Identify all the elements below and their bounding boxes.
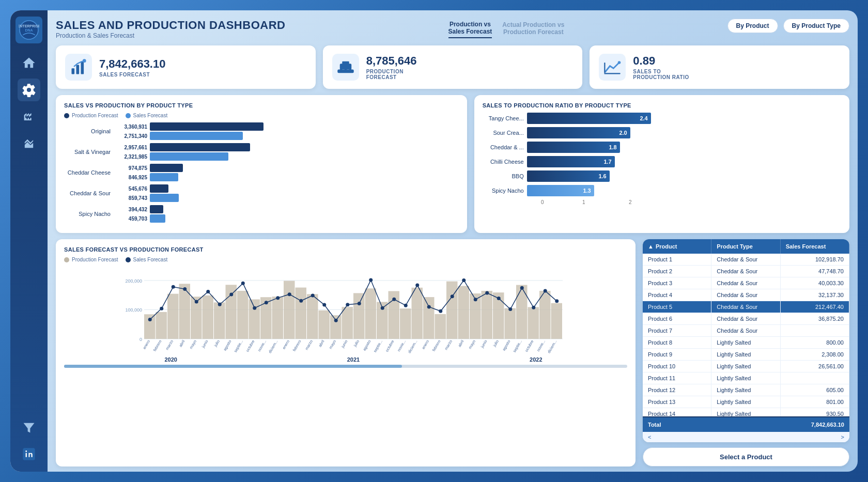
table-row[interactable]: Product 12 Lightly Salted 605.00 [643,384,849,396]
col-header-product: ▲ Product [643,239,711,254]
sidebar-home-icon[interactable] [18,52,40,74]
chart-scrollbar[interactable] [64,365,627,368]
header-tabs: Production vsSales Forecast Actual Produ… [448,21,565,38]
cell-type: Cheddar & Sour [711,277,780,289]
kpi-ratio-icon [599,54,626,81]
axis-0: 0 [527,199,558,205]
svg-rect-5 [76,65,80,74]
bar-label: Cheddar Cheese [64,169,111,176]
by-product-button[interactable]: By Product [727,19,778,33]
svg-text:100,000: 100,000 [125,307,142,313]
hbar-row: Chilli Cheese 1.7 [483,156,841,167]
table-row[interactable]: Product 5 Cheddar & Sour 212,467.40 [643,301,849,313]
svg-point-89 [497,297,501,300]
sales-bar: 459,703 [114,214,459,223]
bar-group: 2,957,661 2,321,985 [114,143,459,161]
cell-sales: 212,467.40 [781,301,849,313]
svg-point-79 [381,306,384,310]
select-product-button[interactable]: Select a Product [643,447,849,467]
table-row[interactable]: Product 9 Lightly Salted 2,308.00 [643,349,849,361]
sidebar-filter-icon[interactable] [18,416,40,439]
prod-value: 3,360,931 [114,124,147,130]
right-panel: ▲ Product Product Type Sales Forecast Pr… [643,239,849,467]
svg-rect-50 [458,286,470,339]
right-chart-rows: Tangy Chee... 2.4 Sour Crea... 2.0 Chedd… [483,113,841,196]
sales-fill [150,194,179,202]
table-row[interactable]: Product 1 Cheddar & Sour 102,918.70 [643,254,849,266]
table-body[interactable]: Product 1 Cheddar & Sour 102,918.70 Prod… [643,254,849,416]
prod-fill [150,205,163,213]
table-row[interactable]: Product 4 Cheddar & Sour 32,137.30 [643,289,849,301]
cell-product: Product 2 [643,266,711,277]
svg-point-84 [439,309,442,313]
production-bar: 3,360,931 [114,122,459,131]
sidebar-linkedin-icon[interactable] [18,443,40,465]
table-row[interactable]: Product 3 Cheddar & Sour 40,003.30 [643,277,849,289]
table-row[interactable]: Product 13 Lightly Salted 801.00 [643,396,849,408]
scroll-left[interactable]: < [648,434,651,440]
ratio-by-type-chart: SALES TO PRODUCTION RATIO BY PRODUCT TYP… [474,95,849,233]
table-row[interactable]: Product 8 Lightly Salted 800.00 [643,337,849,349]
table-row[interactable]: Product 11 Lightly Salted [643,372,849,384]
production-bar: 2,957,661 [114,143,459,151]
hbar-fill: 2.4 [527,113,651,124]
cell-type: Lightly Salted [711,349,780,360]
hbar-label: Sour Crea... [483,130,524,136]
svg-text:abril: abril [318,339,326,348]
svg-point-88 [485,291,489,295]
svg-point-77 [358,302,361,305]
svg-point-81 [404,304,408,307]
cell-type: Cheddar & Sour [711,301,780,313]
svg-rect-31 [237,291,249,339]
svg-rect-6 [81,61,84,74]
cell-sales: 2,308.00 [781,349,849,360]
hbar-fill: 1.8 [527,142,620,153]
cell-product: Product 4 [643,289,711,301]
svg-text:mayo: mayo [189,339,197,350]
svg-rect-52 [482,291,493,339]
table-row[interactable]: Product 6 Cheddar & Sour 36,875.20 [643,313,849,325]
legend-sales-dot [126,113,131,118]
hbar-label: Cheddar & ... [483,144,524,150]
svg-point-93 [544,289,547,293]
kpi-sales-forecast: 7,842,663.10 SALES FORECAST [56,45,316,89]
tab-actual-vs-forecast[interactable]: Actual Production vsProduction Forecast [502,21,564,38]
table-row[interactable]: Product 10 Lightly Salted 26,561.00 [643,361,849,372]
svg-rect-38 [319,310,330,339]
svg-point-85 [451,294,454,298]
tab-production-vs-sales[interactable]: Production vsSales Forecast [448,21,492,38]
sidebar-analytics-icon[interactable] [18,132,40,155]
svg-rect-55 [516,285,528,339]
left-chart-legend: Production Forecast Sales Forecast [64,113,459,118]
svg-point-64 [206,290,210,293]
scroll-right[interactable]: > [841,434,844,440]
svg-point-62 [183,287,187,291]
prod-value: 545,676 [114,186,147,192]
cell-sales: 801.00 [781,396,849,408]
table-row[interactable]: Product 14 Lightly Salted 930.50 [643,408,849,416]
sidebar-settings-icon[interactable] [18,79,40,101]
year-2020: 2020 [80,356,262,363]
table-scroll-controls[interactable]: < > [643,432,849,442]
svg-point-14 [618,61,621,64]
cell-type: Lightly Salted [711,372,780,384]
svg-rect-12 [339,64,351,69]
page-title: SALES AND PRODUCTION DASHBOARD [56,19,285,32]
hbar-fill: 1.7 [527,156,615,167]
svg-point-59 [148,318,152,321]
svg-rect-40 [342,307,353,339]
hbar-label: BBQ [483,173,524,179]
col-product-label: Product [656,243,677,250]
table-header: ▲ Product Product Type Sales Forecast [643,239,849,254]
table-row[interactable]: Product 7 Cheddar & Sour [643,325,849,337]
kpi-production-icon [332,54,359,81]
cell-product: Product 9 [643,349,711,360]
svg-point-66 [229,292,233,296]
table-row[interactable]: Product 2 Cheddar & Sour 47,748.70 [643,266,849,277]
sales-bar: 846,925 [114,173,459,181]
svg-rect-54 [505,308,516,339]
scrollbar-thumb[interactable] [64,365,402,368]
sidebar-factory-icon[interactable] [18,105,40,128]
charts-row: SALES VS PRODUCTION BY PRODUCT TYPE Prod… [56,95,849,233]
by-product-type-button[interactable]: By Product Type [783,19,849,33]
